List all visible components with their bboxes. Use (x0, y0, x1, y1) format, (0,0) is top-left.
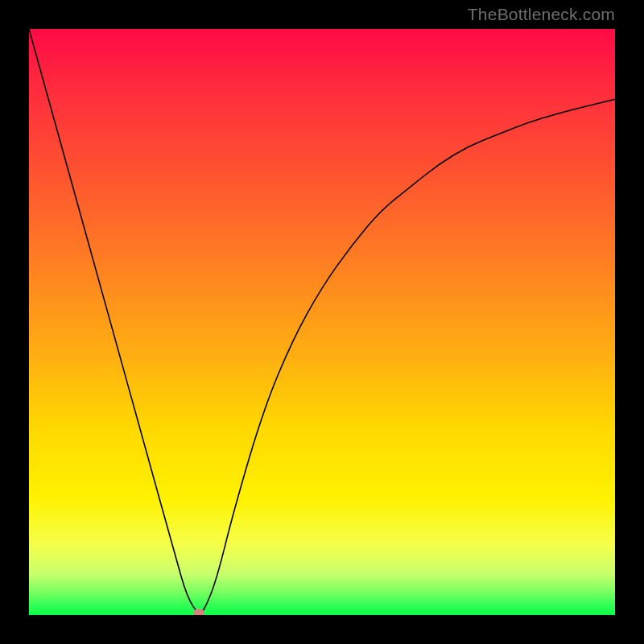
bottleneck-curve (29, 29, 615, 615)
plot-area (29, 29, 615, 615)
watermark-text: TheBottleneck.com (468, 5, 615, 24)
chart-frame: TheBottleneck.com (0, 0, 644, 644)
